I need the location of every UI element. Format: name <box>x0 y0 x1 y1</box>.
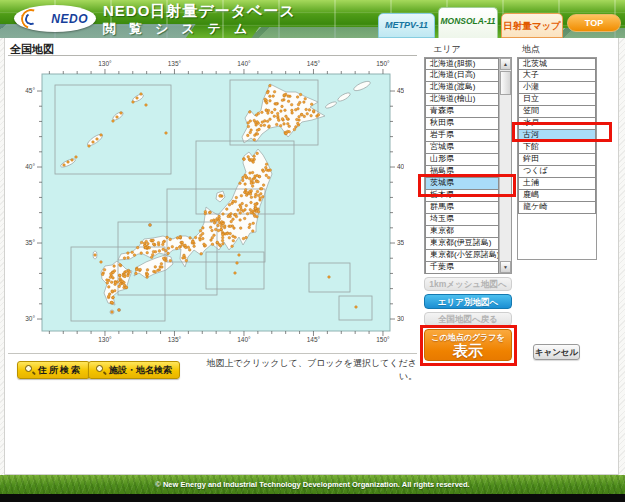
area-list-item[interactable]: 栃木県 <box>425 190 499 202</box>
area-list-scrollbar[interactable]: ▲ ▼ <box>499 58 511 273</box>
search-icon <box>96 365 106 375</box>
header: NEDO NEDO日射量データベース 閲覧システム METPV-11 MONSO… <box>0 0 625 38</box>
point-panel-label: 地点 <box>522 43 540 56</box>
point-list-item[interactable]: 笠間 <box>518 106 596 118</box>
area-list-item[interactable]: 北海道(檜山) <box>425 94 499 106</box>
km-mesh-map-button[interactable]: 1kmメッシュ地図へ <box>424 277 512 291</box>
svg-text:30°: 30° <box>25 315 35 322</box>
search-icon <box>25 365 35 375</box>
svg-text:30°: 30° <box>397 315 404 322</box>
svg-text:145°: 145° <box>307 336 321 343</box>
footer-bottom-bar <box>0 494 625 502</box>
copyright-text: © New Energy and Industrial Technology D… <box>155 480 469 489</box>
point-list-item[interactable]: 大子 <box>518 70 596 82</box>
point-list-item[interactable]: 鹿嶋 <box>518 190 596 202</box>
area-list[interactable]: 北海道(胆振)北海道(日高)北海道(渡島)北海道(檜山)青森県秋田県岩手県宮城県… <box>424 57 512 274</box>
area-list-item[interactable]: 福島県 <box>425 166 499 178</box>
area-list-item[interactable]: 青森県 <box>425 106 499 118</box>
show-graph-button[interactable]: この地点のグラフを 表示 <box>424 329 512 361</box>
area-list-item[interactable]: 北海道(渡島) <box>425 82 499 94</box>
svg-text:40°: 40° <box>397 163 404 170</box>
svg-text:35°: 35° <box>397 239 404 246</box>
area-list-item[interactable]: 東京都(伊豆諸島) <box>425 238 499 250</box>
map-ocean <box>42 74 390 331</box>
tab-monsola-11[interactable]: MONSOLA-11 <box>438 7 498 38</box>
address-search-label: 住所検索 <box>38 364 82 377</box>
svg-text:140°: 140° <box>237 60 251 67</box>
point-list-item[interactable]: つくば <box>518 166 596 178</box>
footer: © New Energy and Industrial Technology D… <box>0 475 625 494</box>
cancel-button[interactable]: キャンセル <box>533 344 580 360</box>
point-list-item[interactable]: 鉾田 <box>518 154 596 166</box>
point-list-item[interactable]: 古河 <box>518 130 596 142</box>
show-graph-label-line2: 表示 <box>425 342 511 359</box>
area-list-item[interactable]: 東京都 <box>425 226 499 238</box>
map-hint-text: 地図上でクリックして、ブロックを選択してください。 <box>200 357 417 383</box>
area-list-item[interactable]: 埼玉県 <box>425 214 499 226</box>
scrollbar-thumb[interactable] <box>500 71 511 95</box>
point-list[interactable]: 北茨城大子小瀬日立笠間水戸古河下館鉾田つくば土浦鹿嶋龍ケ崎 <box>517 57 597 260</box>
tab-metpv-11[interactable]: METPV-11 <box>378 13 435 38</box>
tab-radiation-map[interactable]: 日射量マップ <box>501 13 563 38</box>
svg-text:45°: 45° <box>25 87 35 94</box>
japan-national-map[interactable]: 130°130°135°135°140°140°145°145°150°150°… <box>20 56 404 348</box>
area-list-item[interactable]: 群馬県 <box>425 202 499 214</box>
area-list-item[interactable]: 岩手県 <box>425 130 499 142</box>
scroll-down-arrow[interactable]: ▼ <box>500 261 511 273</box>
address-search-button[interactable]: 住所検索 <box>17 361 90 379</box>
area-list-item[interactable]: 北海道(胆振) <box>425 58 499 70</box>
back-to-national-map-button[interactable]: 全国地図へ戻る <box>424 312 512 326</box>
area-list-item[interactable]: 北海道(日高) <box>425 70 499 82</box>
show-graph-label-line1: この地点のグラフを <box>425 333 511 342</box>
area-panel-label: エリア <box>433 43 461 56</box>
area-map-button[interactable]: エリア別地図へ <box>424 294 512 309</box>
area-list-item[interactable]: 秋田県 <box>425 118 499 130</box>
area-list-item[interactable]: 山形県 <box>425 154 499 166</box>
top-button[interactable]: TOP <box>567 14 621 32</box>
nedo-logo[interactable]: NEDO <box>14 5 96 32</box>
svg-text:130°: 130° <box>98 336 112 343</box>
site-title-line2: 閲覧システム <box>103 20 296 38</box>
facility-search-button[interactable]: 施設・地名検索 <box>88 361 180 379</box>
site-title-line1: NEDO日射量データベース <box>103 2 296 21</box>
facility-search-label: 施設・地名検索 <box>109 364 172 377</box>
svg-text:135°: 135° <box>168 336 182 343</box>
area-list-item[interactable]: 茨城県 <box>425 178 499 190</box>
page: NEDO NEDO日射量データベース 閲覧システム METPV-11 MONSO… <box>0 0 625 502</box>
point-list-item[interactable]: 下館 <box>518 142 596 154</box>
svg-text:150°: 150° <box>376 60 390 67</box>
site-title: NEDO日射量データベース 閲覧システム <box>103 2 296 38</box>
point-list-item[interactable]: 龍ケ崎 <box>518 202 596 214</box>
svg-text:140°: 140° <box>237 336 251 343</box>
scroll-up-arrow[interactable]: ▲ <box>500 58 511 70</box>
area-list-item[interactable]: 東京都(小笠原諸島) <box>425 250 499 262</box>
svg-text:45°: 45° <box>397 87 404 94</box>
svg-text:40°: 40° <box>25 163 35 170</box>
svg-text:130°: 130° <box>98 60 112 67</box>
nedo-logo-icon <box>21 9 41 29</box>
svg-text:145°: 145° <box>307 60 321 67</box>
point-list-item[interactable]: 小瀬 <box>518 82 596 94</box>
point-list-item[interactable]: 水戸 <box>518 118 596 130</box>
point-list-item[interactable]: 土浦 <box>518 178 596 190</box>
svg-text:135°: 135° <box>168 60 182 67</box>
svg-text:150°: 150° <box>376 336 390 343</box>
area-list-item[interactable]: 宮城県 <box>425 142 499 154</box>
area-list-item[interactable]: 千葉県 <box>425 262 499 274</box>
svg-text:35°: 35° <box>25 239 35 246</box>
point-list-item[interactable]: 日立 <box>518 94 596 106</box>
divider <box>8 353 417 354</box>
nedo-logo-text: NEDO <box>51 12 88 26</box>
point-list-item[interactable]: 北茨城 <box>518 58 596 70</box>
